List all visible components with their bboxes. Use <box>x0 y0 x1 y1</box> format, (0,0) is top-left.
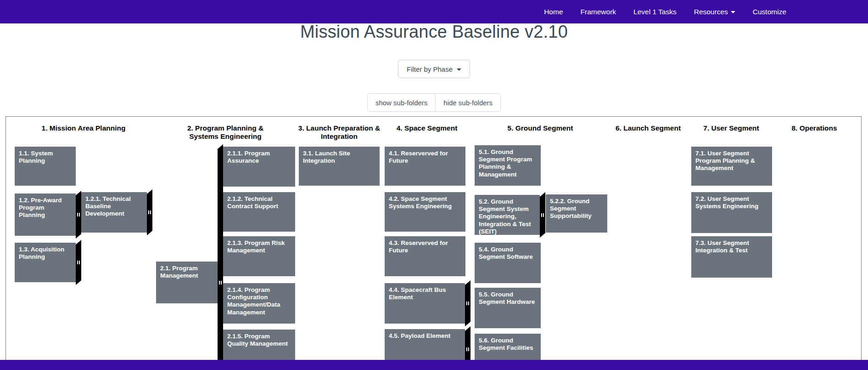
chevron-down-icon <box>731 11 735 13</box>
task-box-1-2-label: 1.2. Pre-Award Program Planning <box>19 197 62 218</box>
task-box-1-2[interactable]: 1.2. Pre-Award Program Planning <box>15 194 76 236</box>
task-board: 1. Mission Area Planning 2. Program Plan… <box>6 116 862 370</box>
grip-icon <box>541 213 544 217</box>
subfolder-row: show sub-folders hide sub-folders <box>0 93 868 112</box>
column-header-3: 3. Launch Preparation & Integration <box>297 124 381 141</box>
drag-handle-1-2-1[interactable] <box>147 189 152 235</box>
task-box-7-2[interactable]: 7.2. User Segment Systems Engineering <box>691 192 772 233</box>
task-box-1-3[interactable]: 1.3. Acquisition Planning <box>15 243 76 282</box>
task-box-5-2-label: 5.2. Ground Segment System Engineering, … <box>479 198 531 235</box>
drag-handle-2-1[interactable] <box>218 144 223 370</box>
column-header-2: 2. Program Planning & Systems Engineerin… <box>172 124 279 141</box>
filter-by-phase-button[interactable]: Filter by Phase <box>398 60 470 78</box>
task-box-4-2[interactable]: 4.2. Space Segment Systems Engineering <box>385 192 465 232</box>
task-box-1-3-label: 1.3. Acquisition Planning <box>19 246 64 260</box>
task-box-5-2-2[interactable]: 5.2.2. Ground Segment Supportability <box>546 194 607 233</box>
top-navbar: Home Framework Level 1 Tasks Resources C… <box>0 0 868 23</box>
task-box-1-1[interactable]: 1.1. System Planning <box>15 147 76 186</box>
task-box-5-4[interactable]: 5.4. Ground Segment Software <box>475 243 541 283</box>
nav-item-level1-tasks[interactable]: Level 1 Tasks <box>633 8 677 16</box>
drag-handle-4-4[interactable] <box>465 280 470 326</box>
task-box-2-1-3[interactable]: 2.1.3. Program Risk Management <box>223 236 295 276</box>
task-box-4-4-label: 4.4. Spacecraft Bus Element <box>389 286 446 301</box>
grip-icon <box>466 347 469 351</box>
grip-icon <box>77 213 80 216</box>
drag-handle-5-2[interactable] <box>540 192 545 238</box>
column-header-7: 7. User Segment <box>685 124 777 132</box>
filter-by-phase-label: Filter by Phase <box>407 65 453 73</box>
task-box-7-3[interactable]: 7.3. User Segment Integration & Test <box>691 236 772 278</box>
task-box-4-4[interactable]: 4.4. Spacecraft Bus Element <box>385 283 465 324</box>
page-title: Mission Assurance Baseline v2.10 <box>0 22 868 42</box>
column-header-4: 4. Space Segment <box>381 124 473 132</box>
show-subfolders-button[interactable]: show sub-folders <box>368 94 435 111</box>
column-header-6: 6. Launch Segment <box>602 124 694 132</box>
task-box-1-2-1[interactable]: 1.2.1. Technical Baseline Development <box>81 192 147 233</box>
task-box-2-1-4[interactable]: 2.1.4. Program Configuration Management/… <box>223 283 295 324</box>
task-box-2-1-1[interactable]: 2.1.1. Program Assurance <box>223 147 295 187</box>
grip-icon <box>148 211 151 214</box>
footer-bar <box>0 360 868 370</box>
grip-icon <box>77 261 80 264</box>
drag-handle-1-3[interactable] <box>76 240 81 285</box>
nav-items: Home Framework Level 1 Tasks Resources C… <box>544 8 786 16</box>
nav-item-framework[interactable]: Framework <box>581 8 616 16</box>
task-box-3-1[interactable]: 3.1. Launch Site Integration <box>299 147 380 186</box>
task-box-2-1-2[interactable]: 2.1.2. Technical Contract Support <box>223 192 295 232</box>
task-box-5-1[interactable]: 5.1. Ground Segment Program Planning & M… <box>475 145 541 186</box>
column-header-8: 8. Operations <box>768 124 860 132</box>
drag-handle-1-2[interactable] <box>76 191 81 239</box>
grip-icon <box>219 281 222 285</box>
task-box-2-1[interactable]: 2.1. Program Management <box>156 262 218 303</box>
task-box-7-1[interactable]: 7.1. User Segment Program Planning & Man… <box>691 147 772 186</box>
hide-subfolders-button[interactable]: hide sub-folders <box>435 94 500 111</box>
column-header-5: 5. Ground Segment <box>494 124 586 132</box>
task-box-5-5[interactable]: 5.5. Ground Segment Hardware <box>475 288 541 328</box>
grip-icon <box>466 302 469 305</box>
nav-item-home[interactable]: Home <box>544 8 563 16</box>
task-box-4-1[interactable]: 4.1. Reserverved for Future <box>385 147 465 186</box>
task-box-1-2-1-label: 1.2.1. Technical Baseline Development <box>85 195 131 217</box>
task-box-4-5-label: 4.5. Payload Element <box>389 332 450 339</box>
chevron-down-icon <box>457 68 461 71</box>
column-header-1: 1. Mission Area Planning <box>33 124 134 132</box>
subfolder-button-group: show sub-folders hide sub-folders <box>367 93 501 112</box>
task-box-5-2[interactable]: 5.2. Ground Segment System Engineering, … <box>475 195 540 235</box>
filter-row: Filter by Phase <box>0 60 868 78</box>
nav-item-resources-label: Resources <box>694 8 728 16</box>
nav-item-resources-dropdown[interactable]: Resources <box>694 8 735 16</box>
task-box-4-3[interactable]: 4.3. Reserverved for Future <box>385 236 465 276</box>
nav-item-customize[interactable]: Customize <box>753 8 786 16</box>
